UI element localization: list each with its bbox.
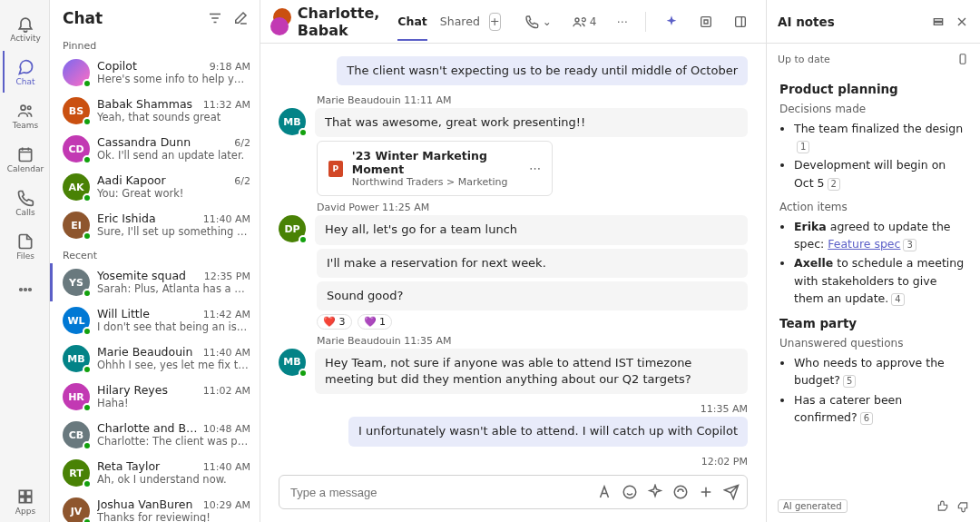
conversation-time: 10:29 AM xyxy=(203,499,250,511)
message-time: 11:35 AM xyxy=(701,403,748,415)
conversation-item[interactable]: AKAadi Kapoor6/2You: Great work! xyxy=(50,168,260,206)
close-icon[interactable] xyxy=(955,15,969,29)
message-input[interactable] xyxy=(290,486,587,499)
tab-shared[interactable]: Shared xyxy=(440,2,480,41)
svg-point-13 xyxy=(623,486,636,498)
conversation-title: Charlotte, Babak xyxy=(298,5,380,39)
conversation-item[interactable]: CBCharlotte and Babak10:48 AMCharlotte: … xyxy=(50,416,260,454)
rail-more[interactable] xyxy=(3,269,46,310)
received-message[interactable]: Sound good? xyxy=(317,281,748,310)
conversation-item[interactable]: JVJoshua VanBuren10:29 AMThanks for revi… xyxy=(50,492,260,522)
citation-ref[interactable]: 5 xyxy=(843,375,856,388)
sent-message[interactable]: I unfortunately wasn't able to attend. I… xyxy=(348,417,748,446)
svg-rect-2 xyxy=(19,149,31,161)
more-button[interactable]: ⋯ xyxy=(611,9,632,34)
citation-ref[interactable]: 1 xyxy=(797,141,809,153)
notes-item: The team finalized the design1 xyxy=(794,120,967,155)
citation-ref[interactable]: 4 xyxy=(891,293,904,306)
ai-notes-status: Up to date xyxy=(778,54,830,65)
citation-ref[interactable]: 2 xyxy=(828,178,840,191)
format-icon[interactable] xyxy=(596,484,612,500)
conversation-preview: Here's some info to help you prep for yo… xyxy=(97,73,250,85)
citation-ref[interactable]: 6 xyxy=(860,412,873,425)
avatar: MB xyxy=(279,349,306,376)
rail-apps[interactable]: Apps xyxy=(3,480,46,522)
open-pane-button[interactable] xyxy=(728,9,753,34)
compose-box xyxy=(279,475,748,509)
conversation-name: Hilary Reyes xyxy=(97,383,198,397)
conversation-pane: Charlotte, Babak ChatShared + ⌄ 4 ⋯ The … xyxy=(260,0,766,522)
calls-icon xyxy=(16,189,34,207)
conversation-item[interactable]: Copilot9:18 AMHere's some info to help y… xyxy=(50,54,260,92)
notes-subheading: Unanswered questions xyxy=(779,335,967,352)
bell-icon xyxy=(16,15,34,33)
rail-chat[interactable]: Chat xyxy=(3,51,46,93)
rail-calls[interactable]: Calls xyxy=(3,182,46,223)
rail-calendar[interactable]: Calendar xyxy=(3,138,46,180)
people-button[interactable]: 4 xyxy=(566,9,603,34)
conversation-time: 10:48 AM xyxy=(203,423,250,435)
conversation-name: Cassandra Dunn xyxy=(97,135,229,149)
notes-item: Who needs to approve the budget?5 xyxy=(794,354,967,389)
svg-rect-9 xyxy=(26,497,32,502)
conversation-time: 12:35 PM xyxy=(204,271,250,282)
avatar: CD xyxy=(63,135,90,163)
tab-chat[interactable]: Chat xyxy=(397,2,426,41)
received-message[interactable]: Hey all, let's go for a team lunch xyxy=(315,215,748,244)
svg-point-0 xyxy=(21,105,25,110)
conversation-item[interactable]: MBMarie Beaudouin11:40 AMOhhh I see, yes… xyxy=(50,340,260,378)
reaction-purple-heart[interactable]: 💜 1 xyxy=(358,314,393,330)
conversation-time: 11:40 AM xyxy=(203,213,250,225)
conversation-item[interactable]: YSYosemite squad12:35 PMSarah: Plus, Atl… xyxy=(50,263,260,301)
copilot-button[interactable] xyxy=(659,9,684,34)
thumbs-up-icon[interactable] xyxy=(936,500,949,513)
calendar-icon xyxy=(16,145,34,163)
reaction-heart[interactable]: ❤️ 3 xyxy=(317,314,352,330)
citation-ref[interactable]: 3 xyxy=(903,239,916,251)
rail-activity[interactable]: Activity xyxy=(3,7,46,49)
loop-icon[interactable] xyxy=(672,484,689,500)
received-message[interactable]: I'll make a reservation for next week. xyxy=(317,249,748,278)
filter-icon[interactable] xyxy=(207,10,223,26)
received-message[interactable]: That was awesome, great work presenting!… xyxy=(315,108,748,137)
add-icon[interactable] xyxy=(698,484,714,500)
conversation-item[interactable]: RTReta Taylor11:40 AMAh, ok I understand… xyxy=(50,454,260,492)
notes-item: Has a caterer been confirmed?6 xyxy=(794,391,967,427)
conversation-item[interactable]: CDCassandra Dunn6/2Ok. I'll send an upda… xyxy=(50,130,260,168)
file-more-icon[interactable]: ⋯ xyxy=(529,162,541,175)
compose-icon[interactable] xyxy=(232,10,249,26)
sent-message[interactable]: The client wasn't expecting us to be rea… xyxy=(337,56,748,85)
rail-files[interactable]: Files xyxy=(3,225,46,267)
svg-rect-17 xyxy=(960,54,965,64)
chat-list-pane: Chat Pinned Copilot9:18 AMHere's some in… xyxy=(50,0,260,522)
rail-teams[interactable]: Teams xyxy=(3,94,46,136)
conversation-item[interactable]: WLWill Little11:42 AMI don't see that be… xyxy=(50,301,260,340)
conversation-time: 11:02 AM xyxy=(203,385,250,397)
add-tab-button[interactable]: + xyxy=(489,13,501,31)
conversation-time: 6/2 xyxy=(234,137,250,149)
collapse-icon[interactable] xyxy=(931,15,946,29)
conversation-preview: Ok. I'll send an update later. xyxy=(97,149,250,162)
ai-notes-title: AI notes xyxy=(778,15,835,29)
extension-button[interactable] xyxy=(693,9,719,34)
received-message[interactable]: Hey Team, not sure if anyone was able to… xyxy=(315,349,748,394)
avatar: EI xyxy=(63,212,90,239)
app-rail: ActivityChatTeamsCalendarCallsFilesApps xyxy=(0,0,50,522)
send-icon[interactable] xyxy=(723,484,740,500)
avatar: RT xyxy=(63,459,90,487)
emoji-icon[interactable] xyxy=(622,484,638,500)
message-meta: Marie Beaudouin 11:11 AM xyxy=(317,94,748,106)
call-button[interactable]: ⌄ xyxy=(519,9,557,34)
gif-icon[interactable] xyxy=(647,484,663,500)
conversation-item[interactable]: BSBabak Shammas11:32 AMYeah, that sounds… xyxy=(50,92,260,130)
conversation-item[interactable]: HRHilary Reyes11:02 AMHaha! xyxy=(50,378,260,416)
svg-rect-16 xyxy=(934,22,942,25)
conversation-preview: Yeah, that sounds great xyxy=(97,111,250,123)
thumbs-down-icon[interactable] xyxy=(956,500,969,513)
message-list: The client wasn't expecting us to be rea… xyxy=(260,44,766,468)
conversation-preview: Sure, I'll set up something for next wee… xyxy=(97,225,250,238)
device-icon[interactable] xyxy=(956,53,969,65)
avatar: DP xyxy=(279,215,306,242)
conversation-item[interactable]: EIEric Ishida11:40 AMSure, I'll set up s… xyxy=(50,206,260,244)
file-attachment[interactable]: P'23 Winter Marketing MomentNorthwind Tr… xyxy=(317,141,553,196)
